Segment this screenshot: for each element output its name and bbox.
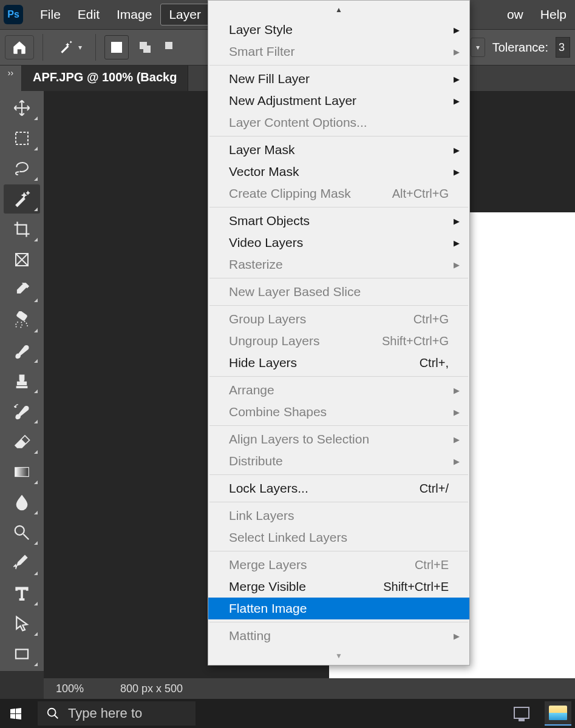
tool-history-brush[interactable] xyxy=(4,397,40,426)
tool-eraser[interactable] xyxy=(4,427,40,456)
menu-item-label: Smart Filter xyxy=(229,44,295,59)
selection-add-button[interactable] xyxy=(136,38,154,56)
taskbar-app-taskview[interactable] xyxy=(508,701,535,726)
menu-item-new-fill-layer[interactable]: New Fill Layer▶ xyxy=(208,68,469,90)
menu-item-flatten-image[interactable]: Flatten Image xyxy=(208,598,469,619)
menu-item-label: Layer Mask xyxy=(229,143,295,157)
menu-file[interactable]: File xyxy=(32,4,69,25)
svg-rect-3 xyxy=(16,132,28,144)
menu-item-lock-layers[interactable]: Lock Layers...Ctrl+/ xyxy=(208,477,469,499)
menu-item-label: Rasterize xyxy=(229,257,283,272)
tool-rectangle[interactable] xyxy=(4,639,40,669)
menu-item-label: Layer Content Options... xyxy=(229,115,367,130)
start-button[interactable] xyxy=(4,701,28,726)
menu-item-merge-layers: Merge LayersCtrl+E xyxy=(208,554,469,576)
menu-item-label: Hide Layers xyxy=(229,356,297,370)
svg-point-9 xyxy=(48,709,56,716)
menu-separator xyxy=(209,376,468,377)
menu-item-label: Layer Style xyxy=(229,22,293,37)
menu-item-label: Merge Layers xyxy=(229,558,307,572)
menu-item-new-adjustment-layer[interactable]: New Adjustment Layer▶ xyxy=(208,90,469,112)
tool-lasso[interactable] xyxy=(4,154,40,183)
menu-item-arrange: Arrange▶ xyxy=(208,379,469,401)
zoom-level[interactable]: 100% xyxy=(56,682,84,695)
menu-item-video-layers[interactable]: Video Layers▶ xyxy=(208,232,469,254)
tool-move[interactable] xyxy=(4,93,40,123)
tool-bar xyxy=(0,91,44,671)
taskbar-app-explorer[interactable] xyxy=(545,701,571,726)
selection-subtract-button[interactable] xyxy=(162,38,180,56)
menu-item-label: Select Linked Layers xyxy=(229,530,347,545)
menu-item-layer-mask[interactable]: Layer Mask▶ xyxy=(208,139,469,161)
menu-help[interactable]: Help xyxy=(532,4,575,25)
menu-separator xyxy=(209,207,468,207)
menu-shortcut: Shift+Ctrl+G xyxy=(382,334,449,348)
tool-eyedropper[interactable] xyxy=(4,275,40,305)
menu-shortcut: Ctrl+E xyxy=(415,558,449,572)
tolerance-input[interactable] xyxy=(556,37,570,58)
status-bar: 100% 800 px x 500 xyxy=(44,678,575,699)
tool-pen[interactable] xyxy=(4,548,40,578)
tool-stamp[interactable] xyxy=(4,366,40,396)
doc-dimensions: 800 px x 500 xyxy=(120,682,183,695)
tool-crop[interactable] xyxy=(4,215,40,244)
menu-shortcut: Alt+Ctrl+G xyxy=(392,187,449,201)
menu-item-label: Arrange xyxy=(229,383,274,397)
tool-marquee[interactable] xyxy=(4,124,40,153)
tool-preset-picker[interactable]: ▾ xyxy=(52,37,87,58)
menu-item-label: New Layer Based Slice xyxy=(229,285,361,299)
menu-layer[interactable]: Layer xyxy=(160,4,209,25)
expand-panels-button[interactable]: ›› xyxy=(0,66,22,91)
document-tab[interactable]: APF.JPG @ 100% (Backg xyxy=(22,66,188,91)
search-placeholder: Type here to xyxy=(68,706,142,721)
menu-separator xyxy=(209,474,468,475)
submenu-arrow-icon: ▶ xyxy=(454,167,460,177)
menu-item-align-layers-to-selection: Align Layers to Selection▶ xyxy=(208,428,469,450)
taskview-icon xyxy=(514,707,529,719)
menu-item-hide-layers[interactable]: Hide LayersCtrl+, xyxy=(208,352,469,374)
submenu-arrow-icon: ▶ xyxy=(454,457,460,466)
menu-item-vector-mask[interactable]: Vector Mask▶ xyxy=(208,161,469,183)
submenu-arrow-icon: ▶ xyxy=(454,25,460,35)
menu-item-label: New Adjustment Layer xyxy=(229,93,356,108)
menu-item-merge-visible[interactable]: Merge VisibleShift+Ctrl+E xyxy=(208,576,469,598)
home-button[interactable] xyxy=(5,35,34,59)
tool-heal[interactable] xyxy=(4,306,40,335)
menu-scroll-up[interactable]: ▲ xyxy=(208,1,469,19)
menu-item-label: Merge Visible xyxy=(229,579,306,594)
menu-item-distribute: Distribute▶ xyxy=(208,450,469,472)
tolerance-label: Tolerance: xyxy=(492,41,548,55)
tool-type[interactable] xyxy=(4,579,40,608)
menu-image[interactable]: Image xyxy=(108,4,160,25)
taskbar-search[interactable]: Type here to xyxy=(38,701,196,726)
submenu-arrow-icon: ▶ xyxy=(454,386,460,395)
menu-scroll-down[interactable]: ▼ xyxy=(208,647,469,665)
menu-item-label: Vector Mask xyxy=(229,164,299,179)
tool-gradient[interactable] xyxy=(4,457,40,487)
menu-window-partial[interactable]: ow xyxy=(498,4,532,25)
svg-point-7 xyxy=(15,526,24,535)
menu-item-layer-style[interactable]: Layer Style▶ xyxy=(208,19,469,41)
tool-brush[interactable] xyxy=(4,336,40,365)
selection-new-button[interactable] xyxy=(104,35,129,59)
menu-edit[interactable]: Edit xyxy=(69,4,108,25)
windows-icon xyxy=(9,706,23,721)
tool-frame[interactable] xyxy=(4,245,40,274)
sample-select[interactable]: ▾ xyxy=(471,38,485,57)
menu-item-create-clipping-mask: Create Clipping MaskAlt+Ctrl+G xyxy=(208,183,469,204)
submenu-arrow-icon: ▶ xyxy=(454,408,460,417)
menu-item-label: Group Layers xyxy=(229,312,306,326)
tool-magic-wand[interactable] xyxy=(4,184,40,214)
menu-item-link-layers: Link Layers xyxy=(208,505,469,527)
menu-item-label: Link Layers xyxy=(229,508,294,523)
layer-menu-dropdown: ▲ Layer Style▶Smart Filter▶New Fill Laye… xyxy=(208,0,470,666)
menu-shortcut: Ctrl+, xyxy=(420,356,449,370)
tool-path-select[interactable] xyxy=(4,609,40,638)
tool-blur[interactable] xyxy=(4,488,40,517)
menu-item-label: Flatten Image xyxy=(229,601,307,616)
menu-item-rasterize: Rasterize▶ xyxy=(208,254,469,275)
menu-item-smart-objects[interactable]: Smart Objects▶ xyxy=(208,210,469,232)
tool-dodge[interactable] xyxy=(4,518,40,547)
menu-separator xyxy=(209,551,468,551)
menu-item-label: Create Clipping Mask xyxy=(229,186,351,201)
